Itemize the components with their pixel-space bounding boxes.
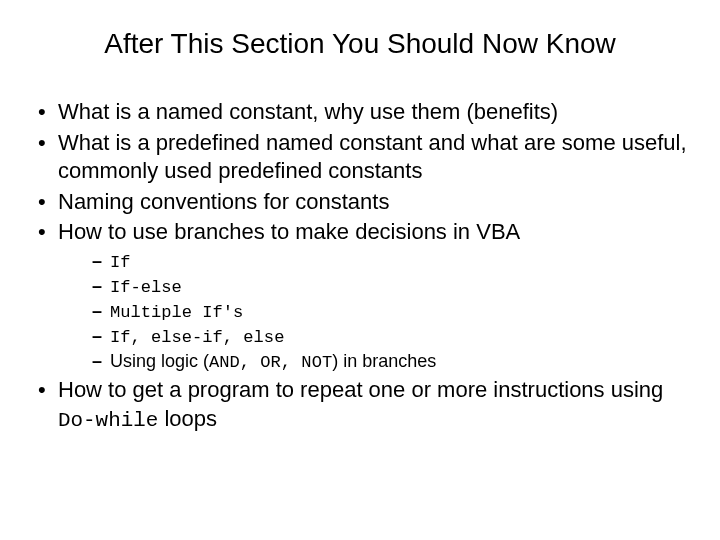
sub-text: Using logic (: [110, 351, 209, 371]
bullet-item: What is a named constant, why use them (…: [34, 98, 690, 127]
bullet-text: How to get a program to repeat one or mo…: [58, 377, 663, 402]
code-text: If-else: [110, 278, 182, 297]
code-text: If, else-if, else: [110, 328, 284, 347]
bullet-item: What is a predefined named constant and …: [34, 129, 690, 186]
bullet-item: How to get a program to repeat one or mo…: [34, 376, 690, 434]
code-text: Multiple If's: [110, 303, 243, 322]
sub-list: If If-else Multiple If's If, else-if, el…: [58, 249, 690, 374]
sub-item: If: [92, 249, 690, 274]
bullet-list: What is a named constant, why use them (…: [30, 98, 690, 434]
sub-item: Using logic (AND, OR, NOT) in branches: [92, 349, 690, 374]
code-text: AND, OR, NOT: [209, 353, 332, 372]
bullet-item: How to use branches to make decisions in…: [34, 218, 690, 374]
sub-item: Multiple If's: [92, 299, 690, 324]
bullet-item: Naming conventions for constants: [34, 188, 690, 217]
bullet-text: How to use branches to make decisions in…: [58, 219, 520, 244]
bullet-text: loops: [158, 406, 217, 431]
sub-item: If-else: [92, 274, 690, 299]
slide-title: After This Section You Should Now Know: [70, 28, 650, 60]
code-text: Do-while: [58, 409, 158, 432]
sub-text: ) in branches: [332, 351, 436, 371]
sub-item: If, else-if, else: [92, 324, 690, 349]
code-text: If: [110, 253, 131, 272]
